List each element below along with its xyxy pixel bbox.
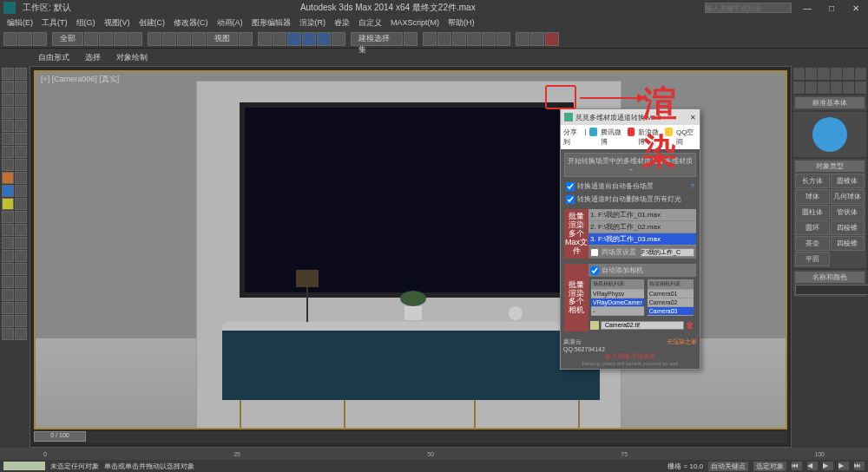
snap-toggle-icon[interactable] [287, 32, 301, 46]
layer-icon[interactable] [437, 32, 451, 46]
menu-edit[interactable]: 编辑(E) [3, 17, 36, 29]
tool-icon[interactable] [15, 237, 27, 249]
cylinder-button[interactable]: 圆柱体 [795, 205, 830, 220]
scale-icon[interactable] [177, 32, 191, 46]
tencent-weibo-icon[interactable] [589, 128, 596, 136]
files-list[interactable]: 1. F:\我的工作_01.max 2. F:\我的工作_02.max 3. F… [589, 209, 696, 259]
start-convert-button[interactable]: 开始转换场景中的多维材质及非多维材质 → [564, 153, 696, 177]
list-item[interactable]: 2. F:\我的工作_02.max [589, 221, 696, 233]
tool-icon[interactable] [2, 120, 14, 132]
render-cameras-list[interactable]: 待渲相机列表: Camera01 Camera02 Camera03 [648, 279, 694, 316]
tool-icon[interactable] [2, 224, 14, 236]
workspace-label[interactable]: 工作区: 默认 [23, 2, 71, 14]
tool-icon[interactable] [15, 276, 27, 288]
tool-icon[interactable] [2, 185, 14, 197]
list-item[interactable]: Camera02 [648, 298, 694, 307]
tool-icon[interactable] [15, 81, 27, 93]
align-icon[interactable] [423, 32, 437, 46]
tool-icon[interactable] [15, 263, 27, 275]
move-icon[interactable] [148, 32, 161, 46]
tube-button[interactable]: 管状体 [831, 205, 865, 220]
tool-icon[interactable] [2, 133, 14, 145]
qzone-icon[interactable] [665, 128, 672, 136]
close-icon[interactable]: ✕ [847, 3, 865, 13]
tool-icon[interactable] [2, 315, 14, 327]
menu-maxscript[interactable]: MAXScript(M) [387, 18, 443, 27]
ribbon-select[interactable]: 选择 [82, 52, 104, 63]
maxscript-input[interactable] [3, 462, 45, 470]
goto-start-icon[interactable]: ⏮ [792, 462, 802, 470]
tool-icon[interactable] [2, 263, 14, 275]
play-icon[interactable]: ▶ [823, 462, 833, 470]
redo-icon[interactable] [18, 32, 32, 46]
keyboard-icon[interactable] [273, 32, 286, 46]
manipulate-icon[interactable] [258, 32, 272, 46]
window-crossing-icon[interactable] [128, 32, 142, 46]
render-frame-icon[interactable] [530, 32, 544, 46]
goto-end-icon[interactable]: ⏭ [854, 462, 865, 470]
tool-icon[interactable] [15, 94, 27, 106]
sel-filter-dropdown[interactable]: 选定对象 [753, 462, 786, 471]
list-item[interactable]: 1. F:\我的工作_01.max [589, 209, 696, 221]
dialog-close-icon[interactable]: ✕ [690, 114, 696, 121]
menu-animation[interactable]: 动画(A) [214, 17, 247, 29]
material-editor-icon[interactable] [496, 32, 510, 46]
tool-icon[interactable] [2, 211, 14, 223]
selection-filter[interactable]: 全部 [52, 32, 83, 46]
menu-tools[interactable]: 工具(T) [38, 17, 71, 29]
dialog-titlebar[interactable]: 莫莫多维材质通道转换 V2.0 ✕ [561, 109, 700, 125]
ref-coord-dropdown[interactable]: 视图 [207, 32, 238, 46]
folder-icon[interactable] [590, 321, 599, 330]
tool-icon[interactable] [2, 146, 14, 158]
menu-render[interactable]: 渲染(R) [296, 17, 330, 29]
tool-icon[interactable] [2, 107, 14, 119]
object-name-input[interactable] [795, 285, 868, 295]
tool-icon[interactable] [15, 211, 27, 223]
create-tab-icon[interactable] [793, 68, 805, 80]
angle-snap-icon[interactable] [302, 32, 316, 46]
maximize-icon[interactable]: □ [823, 3, 840, 13]
select-name-icon[interactable] [99, 32, 113, 46]
tool-icon[interactable] [15, 133, 27, 145]
tool-icon[interactable] [15, 289, 27, 301]
schematic-icon[interactable] [482, 32, 496, 46]
cameras-icon[interactable] [831, 82, 842, 94]
auto-key-button[interactable]: 自动关键点 [708, 462, 748, 471]
torus-button[interactable]: 圆环 [795, 220, 830, 235]
tool-icon[interactable] [15, 120, 27, 132]
modify-tab-icon[interactable] [806, 68, 817, 80]
delete-lights-checkbox[interactable] [566, 195, 575, 204]
tool-icon[interactable] [2, 289, 14, 301]
rotate-icon[interactable] [162, 32, 176, 46]
scene-cameras-list[interactable]: 场景相机列表: VRayPhysv VRayDomeCamer - [591, 279, 644, 316]
tool-icon[interactable] [2, 68, 14, 80]
share-qzone[interactable]: QQ空间 [676, 128, 697, 147]
tool-icon[interactable] [2, 198, 14, 210]
list-item[interactable]: Camera03 [648, 307, 694, 316]
help-icon[interactable]: ? [691, 182, 694, 190]
tool-icon[interactable] [15, 224, 27, 236]
graphite-icon[interactable] [452, 32, 466, 46]
menu-create[interactable]: 创建(C) [135, 17, 169, 29]
time-slider-track[interactable]: 0 / 100 [34, 431, 787, 443]
curve-editor-icon[interactable] [467, 32, 481, 46]
teapot-button[interactable]: 茶壶 [795, 236, 830, 251]
tool-icon[interactable] [2, 81, 14, 93]
backup-checkbox[interactable] [566, 182, 575, 191]
link-icon[interactable] [33, 32, 47, 46]
pyramid-button[interactable]: 四棱锥 [831, 220, 865, 235]
display-tab-icon[interactable] [843, 68, 854, 80]
sina-weibo-icon[interactable] [628, 128, 635, 136]
tool-icon[interactable] [2, 302, 14, 314]
primitives-dropdown[interactable]: 标准基本体 [795, 97, 865, 108]
menu-help[interactable]: 帮助(H) [444, 17, 478, 29]
timeline-ruler[interactable]: 0 25 50 75 100 [0, 448, 868, 460]
refcoord-icon[interactable] [192, 32, 206, 46]
helpers-icon[interactable] [843, 82, 854, 94]
ribbon-object-paint[interactable]: 对象绘制 [113, 52, 151, 63]
tool-icon[interactable] [15, 302, 27, 314]
tool-icon[interactable] [15, 250, 27, 262]
tool-icon[interactable] [15, 68, 27, 80]
render-setup-icon[interactable] [516, 32, 529, 46]
render-link[interactable]: 去渲染之家 [667, 338, 697, 346]
